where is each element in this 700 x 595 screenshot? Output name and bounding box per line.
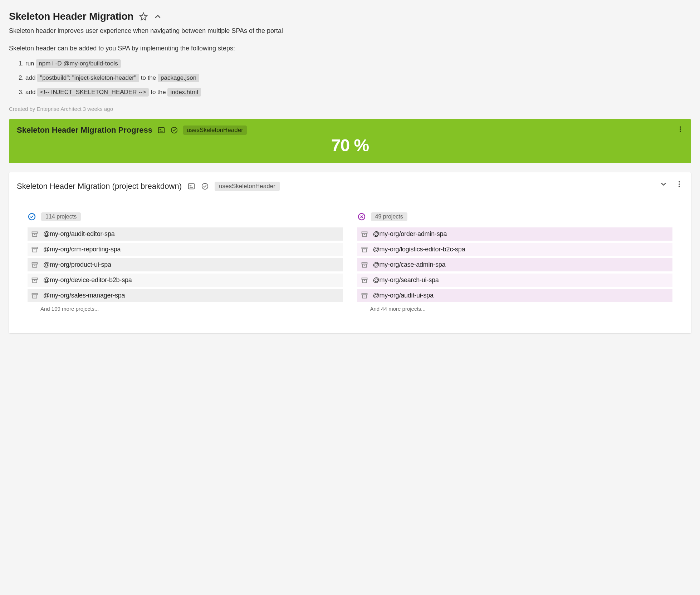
svg-rect-18 (33, 279, 37, 282)
svg-rect-25 (362, 249, 367, 252)
progress-card: Skeleton Header Migration Progress usesS… (9, 119, 691, 163)
checklist-icon (187, 182, 195, 190)
page-title: Skeleton Header Migration (9, 11, 133, 22)
collapse-icon[interactable] (153, 12, 162, 21)
project-row[interactable]: @my-org/audit-ui-spa (357, 289, 673, 302)
step-item: add "postbuild": "inject-skeleton-header… (25, 74, 691, 82)
project-name: @my-org/case-admin-spa (373, 261, 446, 269)
svg-rect-29 (362, 279, 367, 282)
code-chip: index.html (167, 88, 201, 97)
project-row[interactable]: @my-org/sales-manager-spa (28, 289, 343, 302)
project-name: @my-org/order-admin-spa (373, 230, 447, 238)
project-count-badge: 114 projects (41, 212, 81, 221)
page-subtitle: Skeleton header improves user experience… (9, 27, 691, 35)
archive-icon (31, 261, 38, 269)
svg-rect-0 (158, 128, 165, 133)
project-name: @my-org/search-ui-spa (373, 276, 439, 284)
code-chip: npm i -D @my-org/build-tools (36, 59, 121, 68)
archive-icon (31, 231, 38, 238)
archive-icon (361, 292, 368, 299)
progress-card-title: Skeleton Header Migration Progress (17, 126, 152, 135)
project-row[interactable]: @my-org/product-ui-spa (28, 258, 343, 271)
project-name: @my-org/product-ui-spa (43, 261, 111, 269)
more-projects-text: And 44 more projects... (370, 306, 673, 312)
metric-badge: usesSkeletonHeader (183, 126, 247, 135)
project-count-badge: 49 projects (371, 212, 407, 221)
project-name: @my-org/sales-manager-spa (43, 292, 125, 299)
svg-point-8 (679, 183, 680, 185)
breakdown-card: Skeleton Header Migration (project break… (9, 172, 691, 333)
project-name: @my-org/device-editor-b2b-spa (43, 276, 132, 284)
pass-column: 114 projects @my-org/audit-editor-spa @m… (28, 212, 343, 312)
svg-rect-23 (362, 233, 367, 236)
archive-icon (31, 246, 38, 253)
code-chip: "postbuild": "inject-skeleton-header" (37, 74, 139, 82)
breakdown-card-title: Skeleton Header Migration (project break… (17, 182, 182, 191)
step-item: add <!-- INJECT_SKELETON_HEADER --> to t… (25, 88, 691, 97)
svg-rect-20 (33, 295, 37, 298)
archive-icon (361, 277, 368, 284)
project-row[interactable]: @my-org/search-ui-spa (357, 274, 673, 287)
steps-intro: Skeleton header can be added to you SPA … (9, 45, 691, 52)
svg-rect-14 (33, 249, 37, 252)
progress-percent: 70 % (17, 136, 683, 155)
star-icon[interactable] (139, 12, 148, 21)
project-row[interactable]: @my-org/logistics-editor-b2c-spa (357, 243, 673, 256)
svg-point-9 (679, 186, 680, 187)
archive-icon (31, 292, 38, 299)
code-chip: package.json (158, 74, 199, 82)
svg-rect-16 (33, 264, 37, 267)
chevron-down-icon[interactable] (660, 180, 667, 188)
step-item: run npm i -D @my-org/build-tools (25, 59, 691, 68)
more-projects-text: And 109 more projects... (40, 306, 343, 312)
project-row[interactable]: @my-org/case-admin-spa (357, 258, 673, 271)
svg-rect-27 (362, 264, 367, 267)
archive-icon (361, 231, 368, 238)
created-meta: Created by Enteprise Architect 3 weeks a… (9, 106, 691, 112)
svg-rect-12 (33, 233, 37, 236)
archive-icon (361, 261, 368, 269)
archive-icon (31, 277, 38, 284)
svg-point-3 (680, 128, 681, 129)
checklist-icon (157, 126, 165, 134)
svg-rect-5 (189, 184, 195, 189)
project-name: @my-org/crm-reporting-spa (43, 246, 121, 253)
project-name: @my-org/audit-editor-spa (43, 230, 115, 238)
check-circle-icon (170, 126, 178, 134)
check-circle-icon (28, 212, 36, 221)
svg-rect-31 (362, 295, 367, 298)
project-row[interactable]: @my-org/order-admin-spa (357, 227, 673, 241)
kebab-menu-icon[interactable] (675, 180, 683, 188)
project-row[interactable]: @my-org/crm-reporting-spa (28, 243, 343, 256)
kebab-menu-icon[interactable] (677, 125, 684, 135)
project-row[interactable]: @my-org/device-editor-b2b-spa (28, 274, 343, 287)
svg-point-4 (680, 131, 681, 132)
archive-icon (361, 246, 368, 253)
project-row[interactable]: @my-org/audit-editor-spa (28, 227, 343, 241)
check-circle-icon (201, 182, 209, 190)
project-name: @my-org/audit-ui-spa (373, 292, 434, 299)
x-circle-icon (357, 212, 366, 221)
project-name: @my-org/logistics-editor-b2c-spa (373, 246, 465, 253)
svg-point-2 (680, 127, 681, 128)
fail-column: 49 projects @my-org/order-admin-spa @my-… (357, 212, 673, 312)
svg-point-7 (679, 181, 680, 183)
metric-badge: usesSkeletonHeader (215, 182, 280, 191)
code-chip: <!-- INJECT_SKELETON_HEADER --> (37, 88, 149, 97)
